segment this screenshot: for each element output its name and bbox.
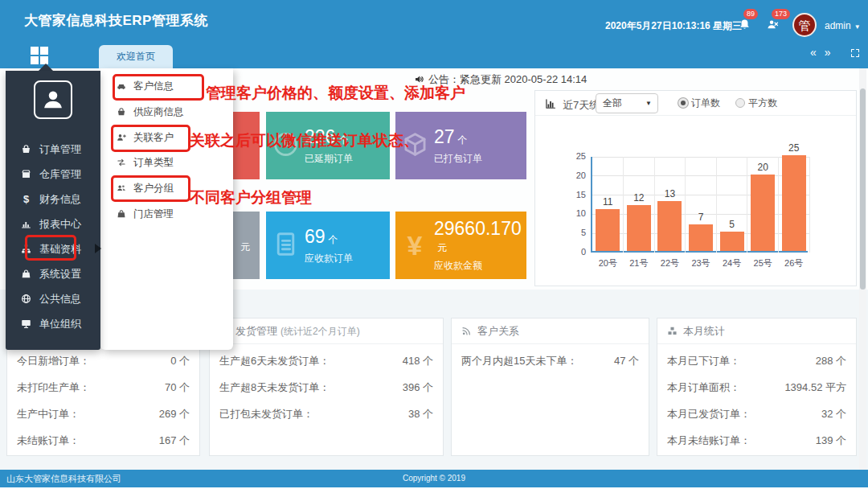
stat-label: 已打包未发货订单：	[219, 401, 313, 427]
basket-icon	[115, 107, 127, 118]
chart-header: 近7天统计 全部 ▼ 订单数 平方数	[535, 91, 856, 116]
sidebar-item-3[interactable]: 报表中心	[6, 212, 100, 236]
company-logo: 管	[792, 13, 817, 37]
radio-label: 订单数	[691, 97, 720, 109]
stat-value: 288 个	[816, 347, 846, 374]
stat-value: 269 个	[159, 401, 190, 427]
notifications-badge: 89	[743, 9, 758, 19]
menu-caret-up	[39, 64, 53, 71]
gridline	[592, 157, 809, 158]
rss-icon	[461, 325, 472, 337]
sidebar-item-7[interactable]: 单位组织	[6, 311, 100, 336]
cubes-icon	[667, 325, 678, 337]
bar-value-label: 11	[592, 196, 624, 208]
bar-value-label: 13	[653, 188, 686, 199]
stat-row: 本月已下订单：288 个	[657, 347, 856, 374]
announcement-text: 紧急更新 2020-05-22 14:14	[460, 73, 587, 85]
forward-icon[interactable]: »	[825, 46, 839, 59]
stat-value: 167 个	[159, 427, 190, 454]
menu-item-label: 门店管理	[133, 208, 174, 221]
avatar[interactable]	[34, 80, 72, 119]
stat-label: 今日新增订单：	[17, 347, 90, 374]
flyout-submenu: 客户信息供应商信息关联客户订单类型客户分组门店管理	[100, 68, 233, 350]
menu-item-label: 公共信息	[39, 292, 81, 306]
stat-value: 139 个	[816, 427, 846, 454]
stat-row: 未结账订单：167 个	[7, 427, 199, 454]
menu-item-label: 系统设置	[39, 267, 81, 281]
annotation-text-1: 管理客户价格的、额度设置、添加客户	[206, 83, 465, 104]
stat-label: 本月已下订单：	[667, 347, 740, 374]
bar-chart-icon	[545, 97, 556, 110]
chevron-down-icon: ▼	[645, 94, 652, 113]
card-receivable-amount[interactable]: ¥ 29660.170元 应收款金额	[395, 212, 526, 279]
flyout-item-3[interactable]: 订单类型	[100, 150, 233, 176]
panel-header: 本月统计	[657, 318, 856, 344]
sidebar-item-2[interactable]: $财务信息	[6, 187, 100, 212]
exchange-icon	[115, 158, 127, 169]
bar-25号	[751, 175, 775, 251]
notifications-button[interactable]: 89	[734, 18, 755, 35]
back-icon[interactable]: «	[810, 46, 825, 59]
user-alerts-badge: 173	[772, 9, 790, 19]
radio-label: 平方数	[748, 97, 777, 109]
bar-value-label: 12	[623, 192, 655, 203]
stat-row: 本月未结账订单：139 个	[657, 427, 856, 454]
sidebar-menu: 订单管理仓库管理$财务信息报表中心基础资料系统设置公共信息单位组织	[6, 71, 100, 350]
stat-label: 本月订单面积：	[667, 374, 740, 401]
chart-radio-group: 订单数 平方数	[678, 97, 790, 110]
card-label: 应收款订单	[305, 252, 353, 265]
y-tick-label: 25	[565, 151, 586, 161]
bar-26号	[782, 155, 806, 251]
card-unit: 元	[437, 242, 447, 253]
sidebar-item-5[interactable]: 系统设置	[6, 261, 100, 286]
stat-value: 396 个	[403, 374, 433, 401]
radio-order-count[interactable]: 订单数	[678, 97, 720, 110]
document-icon	[266, 230, 305, 261]
gridline	[592, 175, 809, 176]
sidebar-item-0[interactable]: 订单管理	[6, 137, 100, 162]
user-alerts-button[interactable]: 173	[762, 18, 783, 35]
bar-20号	[596, 209, 620, 251]
bar-value-label: 7	[685, 212, 717, 223]
stat-label: 生产中订单：	[17, 401, 80, 427]
submenu-caret-icon	[95, 244, 101, 253]
erp-dashboard: 大管家信息科技ERP管理系统 2020年5月27日10:13:16 星期三 89…	[0, 0, 868, 489]
bar-24号	[720, 232, 744, 251]
stat-row: 生产超6天未发货订单：418 个	[210, 347, 443, 374]
card-receivable-orders[interactable]: 69个 应收款订单	[266, 212, 390, 279]
radio-square-count[interactable]: 平方数	[735, 97, 777, 110]
y-tick-label: 0	[565, 247, 586, 257]
globe-icon	[20, 293, 32, 305]
dollar-icon: $	[20, 193, 32, 205]
stat-label: 本月未结账订单：	[667, 427, 751, 454]
menu-item-label: 报表中心	[39, 217, 81, 232]
gridline	[809, 157, 810, 253]
annotation-text-3: 不同客户分组管理	[190, 187, 312, 208]
x-tick-label: 22号	[653, 257, 686, 269]
sidebar-item-1[interactable]: 仓库管理	[6, 162, 100, 187]
stat-value: 32 个	[821, 401, 846, 427]
username: admin	[825, 20, 851, 31]
tab-scroll-arrows[interactable]: «»	[810, 46, 839, 59]
menu-item-label: 财务信息	[39, 192, 81, 207]
sidebar-item-6[interactable]: 公共信息	[6, 286, 100, 311]
stat-row: 两个月内超15天未下单：47 个	[452, 347, 649, 374]
weekly-stats-panel: 近7天统计 全部 ▼ 订单数 平方数 05101520251120号1221号1…	[534, 90, 857, 286]
panel-title: 客户关系	[477, 325, 519, 337]
user-menu[interactable]: admin▼	[825, 20, 861, 31]
fullscreen-button[interactable]	[850, 48, 860, 60]
scrollbar-thumb[interactable]	[860, 88, 866, 290]
bag-icon	[115, 208, 127, 220]
menu-item-label: 单位组织	[39, 317, 81, 331]
chart-filter-select[interactable]: 全部 ▼	[596, 93, 658, 113]
stat-row: 生产超8天未发货订单：396 个	[210, 374, 443, 401]
stat-row: 本月订单面积：1394.52 平方	[657, 374, 856, 401]
menu-item-label: 仓库管理	[39, 167, 81, 182]
chart-filter-value: 全部	[603, 97, 622, 109]
tab-welcome-home[interactable]: 欢迎首页	[99, 45, 173, 68]
stat-panel-2: 客户关系两个月内超15天未下单：47 个	[451, 318, 649, 456]
basket-icon	[20, 143, 32, 155]
x-tick-label: 26号	[778, 257, 810, 269]
stat-row: 已打包未发货订单：38 个	[210, 401, 443, 427]
footer-copyright: Copyright © 2019	[0, 474, 868, 483]
